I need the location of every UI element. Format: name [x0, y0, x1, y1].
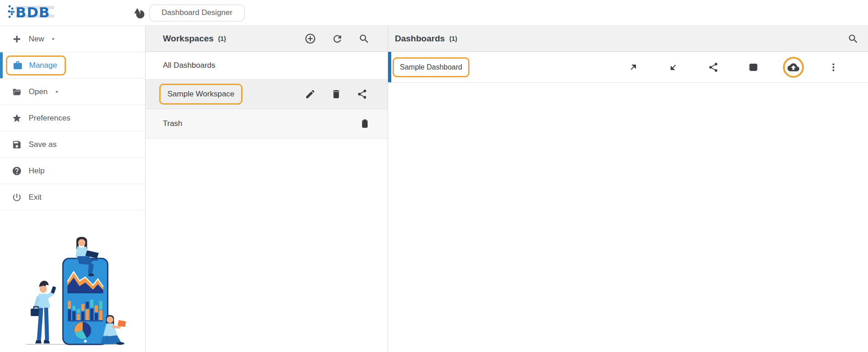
sidebar-item-open[interactable]: Open	[0, 79, 145, 105]
sidebar-item-exit[interactable]: Exit	[0, 184, 145, 211]
sidebar-item-save-as[interactable]: Save as	[0, 131, 145, 158]
sidebar-item-label: Preferences	[29, 114, 71, 123]
dashboards-panel: Dashboards (1) Sample Dashboard	[388, 26, 868, 352]
sidebar-item-preferences[interactable]: Preferences	[0, 105, 145, 131]
empty-trash-icon	[359, 118, 370, 129]
share-dashboard-button[interactable]	[693, 62, 733, 73]
app-title-group: Dashboard Designer	[133, 5, 245, 21]
pie-chart-triangle-icon	[133, 7, 145, 19]
more-vert-icon	[828, 62, 839, 73]
selected-indicator-bar	[388, 52, 391, 82]
bdb-logo[interactable]: BDB	[6, 2, 57, 23]
sidebar-item-manage[interactable]: Manage	[0, 52, 145, 79]
search-icon	[848, 33, 859, 45]
sidebar-item-label: Help	[29, 166, 45, 176]
cloud-upload-icon	[787, 61, 799, 73]
active-indicator-bar	[0, 52, 3, 78]
highlight-annotation-circle	[783, 57, 804, 78]
main-layout: New Manage Open	[0, 26, 868, 352]
folder-open-icon	[12, 87, 22, 97]
edit-workspace-button[interactable]	[305, 89, 316, 100]
search-dashboards-button[interactable]	[848, 33, 859, 45]
empty-trash-button[interactable]	[359, 118, 370, 129]
help-icon	[12, 166, 22, 176]
dashboard-row-sample-dashboard[interactable]: Sample Dashboard	[388, 52, 868, 83]
workspaces-header: Workspaces (1)	[146, 26, 388, 52]
delete-workspace-button[interactable]	[331, 89, 342, 100]
workspaces-count: (1)	[218, 35, 226, 42]
open-in-current-tab-button[interactable]	[653, 62, 693, 73]
sidebar-item-label: Manage	[29, 61, 57, 70]
sidebar-item-label: New	[29, 35, 44, 44]
share-icon	[357, 89, 368, 100]
top-bar: BDB Dashboard Designer	[0, 0, 868, 26]
briefcase-icon	[13, 60, 23, 70]
share-workspace-button[interactable]	[357, 89, 368, 100]
share-icon	[708, 62, 719, 73]
dashboard-label: Sample Dashboard	[400, 63, 462, 71]
power-icon	[12, 192, 22, 202]
refresh-workspaces-button[interactable]	[332, 33, 343, 45]
dashboards-title: Dashboards	[395, 34, 445, 44]
add-circle-icon	[304, 33, 316, 45]
search-icon	[358, 33, 370, 45]
sidebar-item-help[interactable]: Help	[0, 158, 145, 184]
workspace-label: All Dashboards	[163, 61, 215, 70]
chevron-down-icon	[50, 36, 56, 42]
sidebar: New Manage Open	[0, 26, 146, 352]
highlight-annotation-box: Sample Dashboard	[393, 57, 469, 77]
dashboards-count: (1)	[449, 35, 457, 42]
more-options-button[interactable]	[813, 62, 853, 73]
workspace-label: Trash	[163, 119, 182, 128]
sidebar-item-label: Save as	[29, 140, 56, 149]
highlight-annotation-box: Manage	[6, 55, 66, 75]
arrow-down-left-icon	[668, 62, 679, 73]
people-analytics-illustration	[0, 232, 145, 352]
logo-text: BDB	[15, 4, 50, 20]
workspace-row-trash[interactable]: Trash	[146, 109, 388, 139]
search-workspaces-button[interactable]	[358, 33, 370, 45]
save-icon	[12, 140, 22, 150]
open-in-new-tab-button[interactable]	[613, 62, 653, 73]
chevron-down-icon	[54, 89, 60, 95]
app-title-chip: Dashboard Designer	[149, 5, 245, 21]
highlight-annotation-box: Sample Workspace	[159, 84, 242, 105]
workspace-label: Sample Workspace	[167, 90, 234, 98]
sidebar-item-new[interactable]: New	[0, 26, 145, 52]
workspace-row-sample-workspace[interactable]: Sample Workspace	[146, 80, 388, 109]
plus-icon	[12, 34, 22, 44]
workspaces-title: Workspaces	[163, 34, 214, 44]
sidebar-item-label: Exit	[29, 193, 41, 202]
edit-icon	[305, 89, 316, 100]
publish-dashboard-button[interactable]	[773, 57, 813, 78]
open-in-window-icon	[748, 62, 759, 73]
arrow-up-right-icon	[628, 62, 639, 73]
dashboards-header: Dashboards (1)	[388, 26, 868, 52]
sidebar-item-label: Open	[29, 87, 48, 96]
star-icon	[12, 113, 22, 123]
workspace-row-all-dashboards[interactable]: All Dashboards	[146, 52, 388, 80]
workspaces-panel: Workspaces (1)	[146, 26, 388, 352]
move-to-workspace-button[interactable]	[733, 62, 773, 73]
delete-icon	[331, 89, 342, 100]
add-workspace-button[interactable]	[304, 33, 316, 45]
refresh-icon	[332, 33, 343, 45]
